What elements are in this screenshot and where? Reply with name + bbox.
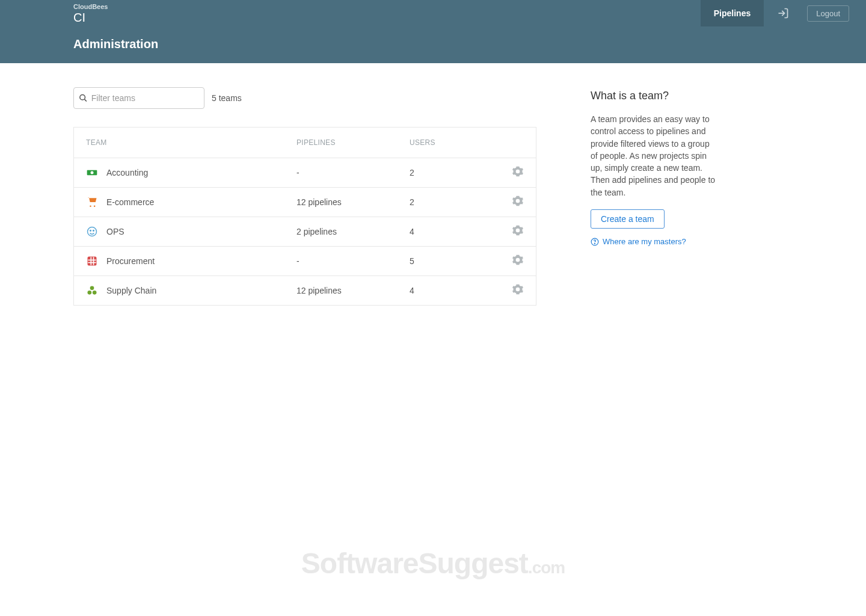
users-cell: 2 [410, 197, 506, 207]
team-name: Procurement [106, 256, 155, 266]
pipelines-cell: - [296, 168, 410, 177]
nav-pipelines-label: Pipelines [714, 8, 751, 18]
svg-line-2 [85, 99, 87, 101]
gear-icon[interactable] [512, 224, 524, 239]
gear-cell [506, 283, 524, 298]
team-name: Supply Chain [106, 286, 156, 295]
team-icon [86, 196, 98, 208]
search-wrap[interactable] [73, 87, 204, 109]
th-actions [506, 138, 524, 147]
team-icon [86, 255, 98, 267]
table-row[interactable]: E-commerce 12 pipelines 2 [74, 188, 536, 217]
svg-point-7 [88, 227, 97, 236]
logout-button[interactable]: Logout [807, 5, 849, 22]
table-row[interactable]: OPS 2 pipelines 4 [74, 217, 536, 247]
pipelines-cell: - [296, 256, 410, 266]
team-count: 5 teams [212, 93, 242, 103]
pipelines-cell: 12 pipelines [296, 197, 410, 207]
nav-pipelines[interactable]: Pipelines [701, 0, 764, 26]
sidebar-title: What is a team? [591, 90, 717, 102]
gear-icon[interactable] [512, 165, 524, 180]
content: 5 teams TEAM PIPELINES USERS Accounting … [0, 63, 866, 306]
main-column: 5 teams TEAM PIPELINES USERS Accounting … [73, 87, 536, 306]
team-name: E-commerce [106, 197, 154, 207]
create-team-button[interactable]: Create a team [591, 209, 665, 229]
team-icon [86, 226, 98, 238]
svg-rect-10 [88, 257, 96, 265]
pipelines-cell: 12 pipelines [296, 286, 410, 295]
table-row[interactable]: Accounting - 2 [74, 158, 536, 188]
search-input[interactable] [88, 93, 199, 103]
search-icon [79, 93, 88, 103]
login-icon [777, 7, 789, 19]
gear-icon[interactable] [512, 283, 524, 298]
sidebar-text: A team provides an easy way to control a… [591, 113, 717, 199]
brand-name-large: CI [73, 11, 108, 23]
users-cell: 4 [410, 227, 506, 236]
svg-point-6 [94, 205, 96, 207]
svg-point-17 [93, 291, 97, 295]
team-name: Accounting [106, 168, 148, 177]
help-icon [591, 238, 599, 246]
page-title: Administration [73, 37, 866, 51]
gear-cell [506, 195, 524, 209]
header-top-bar: CloudBees CI Pipelines Logout [0, 0, 866, 26]
team-cell: OPS [86, 226, 296, 238]
table-header: TEAM PIPELINES USERS [74, 128, 536, 158]
gear-cell [506, 165, 524, 180]
th-users: USERS [410, 138, 506, 147]
brand-name-small: CloudBees [73, 4, 108, 10]
gear-icon[interactable] [512, 254, 524, 268]
team-cell: Procurement [86, 255, 296, 267]
header-right: Pipelines Logout [701, 0, 866, 26]
teams-table: TEAM PIPELINES USERS Accounting - 2 E-co… [73, 127, 536, 306]
table-row[interactable]: Procurement - 5 [74, 247, 536, 276]
users-cell: 4 [410, 286, 506, 295]
gear-icon[interactable] [512, 195, 524, 209]
users-cell: 5 [410, 256, 506, 266]
svg-point-15 [90, 286, 94, 291]
svg-point-5 [90, 205, 91, 207]
table-row[interactable]: Supply Chain 12 pipelines 4 [74, 276, 536, 305]
team-name: OPS [106, 227, 124, 236]
table-body: Accounting - 2 E-commerce 12 pipelines 2… [74, 158, 536, 305]
svg-point-16 [88, 291, 92, 295]
login-icon-button[interactable] [764, 0, 802, 26]
svg-point-4 [91, 171, 94, 174]
team-cell: Accounting [86, 167, 296, 179]
sidebar: What is a team? A team provides an easy … [591, 87, 717, 306]
th-team: TEAM [86, 138, 296, 147]
team-icon [86, 167, 98, 179]
brand[interactable]: CloudBees CI [73, 4, 108, 23]
pipelines-cell: 2 pipelines [296, 227, 410, 236]
filter-row: 5 teams [73, 87, 536, 109]
svg-point-8 [90, 230, 91, 232]
th-pipelines: PIPELINES [296, 138, 410, 147]
svg-point-19 [595, 243, 595, 244]
header: CloudBees CI Pipelines Logout Administra… [0, 0, 866, 63]
svg-point-9 [93, 230, 94, 232]
team-cell: E-commerce [86, 196, 296, 208]
team-cell: Supply Chain [86, 285, 296, 297]
help-link-label: Where are my masters? [603, 237, 686, 246]
gear-cell [506, 224, 524, 239]
svg-point-1 [80, 94, 85, 100]
team-icon [86, 285, 98, 297]
help-link[interactable]: Where are my masters? [591, 237, 717, 246]
subheader: Administration [0, 26, 866, 63]
gear-cell [506, 254, 524, 268]
users-cell: 2 [410, 168, 506, 177]
